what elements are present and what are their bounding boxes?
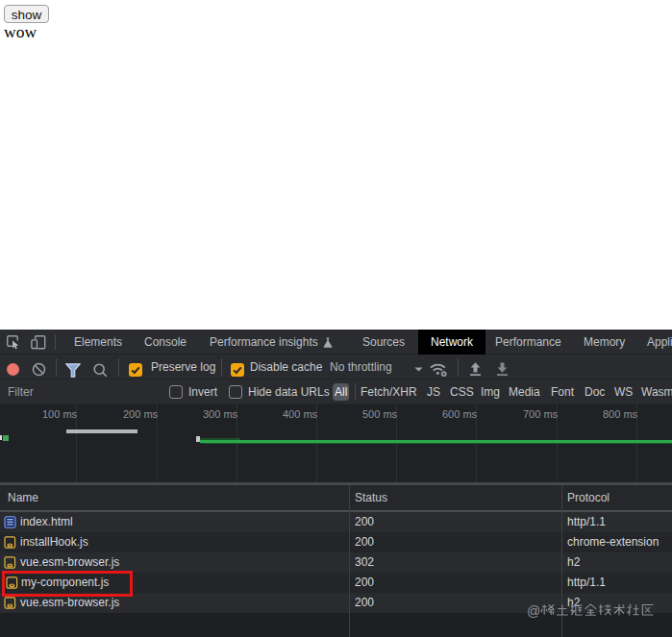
svg-text:@: @ — [527, 603, 540, 618]
